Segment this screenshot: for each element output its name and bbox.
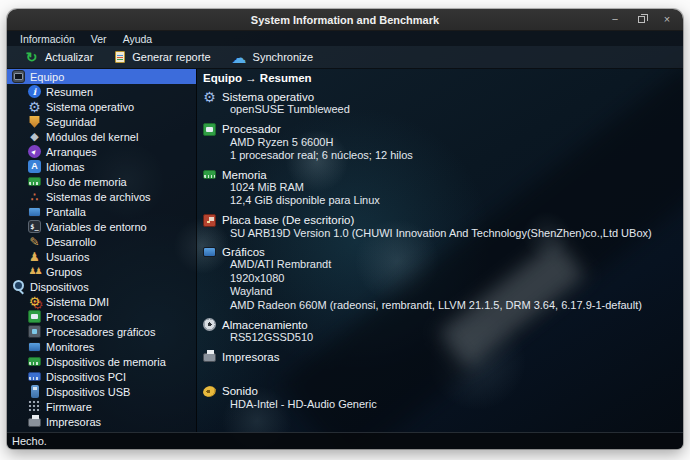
section-sistema-operativo: Sistema operativoopenSUSE Tumbleweed — [203, 90, 679, 117]
section-header: Memoria — [203, 169, 679, 181]
toolbar-button-label: Generar reporte — [132, 51, 210, 63]
sidebar-item-variables-de-entorno[interactable]: Variables de entorno — [7, 219, 196, 234]
sidebar-item-uso-de-memoria[interactable]: Uso de memoria — [7, 174, 196, 189]
breadcrumb: Equipo → Resumen — [203, 72, 679, 84]
sidebar-item-dispositivos-usb[interactable]: Dispositivos USB — [7, 384, 196, 399]
sidebar-item-firmware[interactable]: Firmware — [7, 399, 196, 414]
sidebar-item-monitores[interactable]: Monitores — [7, 339, 196, 354]
content-panel[interactable]: Equipo → Resumen Sistema operativoopenSU… — [197, 69, 683, 432]
boot-icon — [28, 145, 41, 158]
firmware-icon — [28, 400, 41, 413]
filesystem-icon — [28, 190, 41, 203]
info-icon — [28, 85, 41, 98]
toolbar-button-generar-reporte[interactable]: Generar reporte — [107, 47, 224, 68]
section-title: Impresoras — [222, 351, 280, 363]
sidebar-item-label: Variables de entorno — [46, 221, 147, 233]
gear-icon — [28, 100, 41, 113]
toolbar-button-label: Synchronize — [253, 51, 314, 63]
sidebar-tree[interactable]: EquipoResumenSistema operativoSeguridadM… — [7, 69, 197, 432]
menu-item-ayuda[interactable]: Ayuda — [116, 33, 160, 45]
app-window: System Information and Benchmark − × Inf… — [7, 9, 683, 449]
titlebar[interactable]: System Information and Benchmark − × — [7, 9, 683, 31]
toolbar-button-actualizar[interactable]: Actualizar — [17, 47, 107, 68]
sidebar-item-sistema-operativo[interactable]: Sistema operativo — [7, 99, 196, 114]
section-value: AMD/ATI Rembrandt — [230, 258, 679, 272]
sidebar-item-dispositivos[interactable]: Dispositivos — [7, 279, 196, 294]
sidebar-item-label: Usuarios — [46, 251, 89, 263]
sidebar-item-desarrollo[interactable]: Desarrollo — [7, 234, 196, 249]
sidebar-item-procesadores-graficos[interactable]: Procesadores gráficos — [7, 324, 196, 339]
minimize-button[interactable]: − — [609, 14, 621, 26]
motherboard-icon — [203, 214, 216, 227]
sidebar-item-usuarios[interactable]: Usuarios — [7, 249, 196, 264]
section-placa-base-de-escritorio: Placa base (De escritorio)SU ARB19D Vers… — [203, 214, 679, 241]
sidebar-item-label: Dispositivos PCI — [46, 371, 126, 383]
sidebar-item-label: Módulos del kernel — [46, 131, 138, 143]
section-title: Almacenamiento — [222, 319, 308, 331]
sidebar-item-label: Sistema operativo — [46, 101, 134, 113]
sidebar-item-procesador[interactable]: Procesador — [7, 309, 196, 324]
sidebar-item-grupos[interactable]: Grupos — [7, 264, 196, 279]
section-header: Almacenamiento — [203, 318, 679, 331]
display-icon — [28, 207, 41, 217]
sidebar-item-resumen[interactable]: Resumen — [7, 84, 196, 99]
sidebar-item-dispositivos-de-memoria[interactable]: Dispositivos de memoria — [7, 354, 196, 369]
kernel-icon — [28, 130, 41, 143]
section-graficos: GráficosAMD/ATI Rembrandt1920x1080Waylan… — [203, 246, 679, 312]
printer-icon — [28, 418, 41, 427]
sidebar-item-dispositivos-pci[interactable]: Dispositivos PCI — [7, 369, 196, 384]
menu-item-informacion[interactable]: Información — [13, 33, 82, 45]
development-icon — [28, 235, 41, 248]
status-text: Hecho. — [12, 435, 47, 447]
ram-icon — [28, 177, 41, 186]
close-button[interactable]: × — [661, 14, 673, 26]
sync-icon — [233, 51, 246, 64]
pci-icon — [28, 372, 41, 381]
sidebar-item-idiomas[interactable]: Idiomas — [7, 159, 196, 174]
menubar: InformaciónVerAyuda — [7, 31, 683, 46]
sidebar-item-label: Pantalla — [46, 206, 86, 218]
sidebar-item-label: Desarrollo — [46, 236, 96, 248]
section-header: Sonido — [203, 385, 679, 398]
group-icon — [28, 265, 41, 278]
user-icon — [28, 250, 41, 263]
sidebar-item-label: Idiomas — [46, 161, 85, 173]
section-value: 1 procesador real; 6 núcleos; 12 hilos — [230, 149, 679, 163]
sidebar-item-arranques[interactable]: Arranques — [7, 144, 196, 159]
computer-icon — [12, 70, 25, 83]
sidebar-item-pantalla[interactable]: Pantalla — [7, 204, 196, 219]
status-bar: Hecho. — [7, 432, 683, 449]
toolbar-button-label: Actualizar — [45, 51, 93, 63]
sidebar-item-modulos-del-kernel[interactable]: Módulos del kernel — [7, 129, 196, 144]
section-header: Procesador — [203, 123, 679, 136]
window-title: System Information and Benchmark — [7, 14, 683, 26]
toolbar-button-synchronize[interactable]: Synchronize — [225, 47, 328, 68]
report-icon — [115, 51, 125, 63]
sidebar-item-seguridad[interactable]: Seguridad — [7, 114, 196, 129]
restore-icon — [638, 16, 645, 23]
sidebar-item-label: Impresoras — [46, 416, 101, 428]
menu-item-ver[interactable]: Ver — [84, 33, 114, 45]
sidebar-item-equipo[interactable]: Equipo — [7, 69, 196, 84]
storage-icon — [203, 318, 216, 331]
sidebar-item-label: Sistemas de archivos — [46, 191, 151, 203]
section-title: Sistema operativo — [222, 91, 314, 103]
sidebar-item-impresoras[interactable]: Impresoras — [7, 414, 196, 429]
terminal-icon — [28, 220, 41, 233]
refresh-icon — [25, 51, 38, 64]
sidebar-item-label: Dispositivos — [30, 281, 89, 293]
window-body: InformaciónVerAyuda ActualizarGenerar re… — [7, 31, 683, 449]
cpu-icon — [203, 123, 216, 136]
dmi-icon — [28, 295, 41, 308]
sidebar-item-sistema-dmi[interactable]: Sistema DMI — [7, 294, 196, 309]
sidebar-item-label: Firmware — [46, 401, 92, 413]
sidebar-item-label: Resumen — [46, 86, 93, 98]
summary-sections: Sistema operativoopenSUSE TumbleweedProc… — [203, 90, 679, 411]
section-value: AMD Ryzen 5 6600H — [230, 136, 679, 150]
section-value: openSUSE Tumbleweed — [230, 103, 679, 117]
toolbar: ActualizarGenerar reporteSynchronize — [7, 46, 683, 69]
sidebar-item-label: Arranques — [46, 146, 97, 158]
sidebar-item-sistemas-de-archivos[interactable]: Sistemas de archivos — [7, 189, 196, 204]
language-icon — [28, 160, 41, 173]
restore-button[interactable] — [635, 14, 647, 26]
